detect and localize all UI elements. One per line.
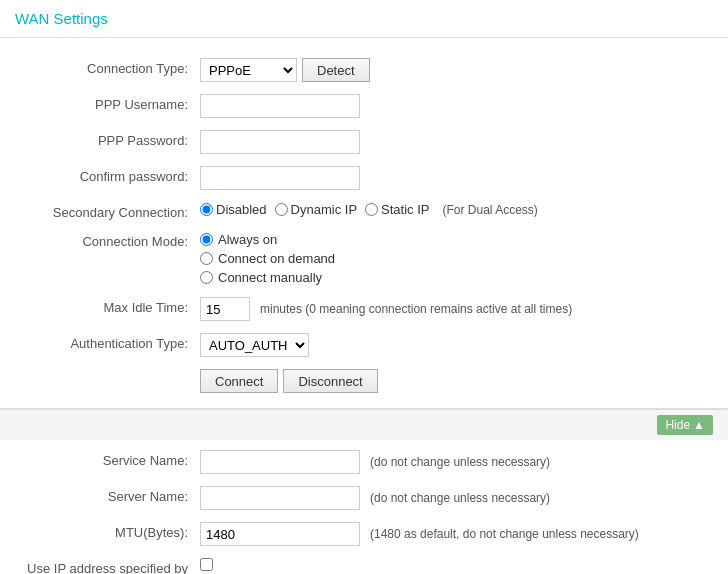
connection-type-label: Connection Type: <box>20 58 200 76</box>
mode-on-demand-radio[interactable]: Connect on demand <box>200 251 335 266</box>
confirm-password-row: Confirm password: <box>0 166 728 190</box>
mode-always-on-radio[interactable]: Always on <box>200 232 335 247</box>
connection-mode-label: Connection Mode: <box>20 232 200 249</box>
use-ip-control <box>200 558 708 571</box>
connection-type-row: Connection Type: PPPoE Dynamic IP Static… <box>0 58 728 82</box>
server-name-input[interactable] <box>200 486 360 510</box>
secondary-static-label: Static IP <box>381 202 429 217</box>
secondary-connection-label: Secondary Connection: <box>20 202 200 220</box>
ppp-username-input[interactable] <box>200 94 360 118</box>
connection-type-select[interactable]: PPPoE Dynamic IP Static IP L2TP PPTP <box>200 58 297 82</box>
max-idle-hint: minutes (0 meaning connection remains ac… <box>260 302 572 316</box>
service-name-row: Service Name: (do not change unless nece… <box>0 450 728 474</box>
confirm-password-input[interactable] <box>200 166 360 190</box>
secondary-note: (For Dual Access) <box>442 203 537 217</box>
mtu-control: (1480 as default, do not change unless n… <box>200 522 708 546</box>
server-name-label: Server Name: <box>20 486 200 504</box>
use-ip-row: Use IP address specified by ISP: <box>0 558 728 574</box>
page-title: WAN Settings <box>15 10 108 27</box>
secondary-connection-row: Secondary Connection: Disabled Dynamic I… <box>0 202 728 220</box>
use-ip-label: Use IP address specified by ISP: <box>20 558 200 574</box>
main-content: Connection Type: PPPoE Dynamic IP Static… <box>0 38 728 574</box>
mode-on-demand-label: Connect on demand <box>218 251 335 266</box>
auth-type-select[interactable]: AUTO_AUTH PAP CHAP MS-CHAP <box>200 333 309 357</box>
disconnect-button[interactable]: Disconnect <box>283 369 377 393</box>
ppp-password-input[interactable] <box>200 130 360 154</box>
ppp-username-control <box>200 94 708 118</box>
service-name-input[interactable] <box>200 450 360 474</box>
secondary-disabled-label: Disabled <box>216 202 267 217</box>
use-ip-checkbox[interactable] <box>200 558 213 571</box>
connect-control: Connect Disconnect <box>200 369 708 393</box>
max-idle-label: Max Idle Time: <box>20 297 200 315</box>
mtu-hint: (1480 as default, do not change unless n… <box>370 527 639 541</box>
mtu-input[interactable] <box>200 522 360 546</box>
connection-mode-control: Always on Connect on demand Connect manu… <box>200 232 708 285</box>
mtu-row: MTU(Bytes): (1480 as default, do not cha… <box>0 522 728 546</box>
ppp-password-label: PPP Password: <box>20 130 200 148</box>
hide-bar: Hide ▲ <box>0 409 728 440</box>
confirm-password-label: Confirm password: <box>20 166 200 184</box>
connection-mode-row: Connection Mode: Always on Connect on de… <box>0 232 728 285</box>
connect-label-spacer <box>20 369 200 372</box>
auth-type-row: Authentication Type: AUTO_AUTH PAP CHAP … <box>0 333 728 357</box>
ppp-username-row: PPP Username: <box>0 94 728 118</box>
secondary-disabled-radio[interactable]: Disabled <box>200 202 267 217</box>
max-idle-control: minutes (0 meaning connection remains ac… <box>200 297 708 321</box>
secondary-static-radio[interactable]: Static IP <box>365 202 429 217</box>
hide-button[interactable]: Hide ▲ <box>657 415 713 435</box>
max-idle-input[interactable] <box>200 297 250 321</box>
ppp-password-control <box>200 130 708 154</box>
hide-arrow-icon: ▲ <box>693 418 705 432</box>
secondary-dynamic-label: Dynamic IP <box>291 202 357 217</box>
mtu-label: MTU(Bytes): <box>20 522 200 540</box>
ppp-username-label: PPP Username: <box>20 94 200 112</box>
connect-button[interactable]: Connect <box>200 369 278 393</box>
server-name-hint: (do not change unless necessary) <box>370 491 550 505</box>
confirm-password-control <box>200 166 708 190</box>
server-name-row: Server Name: (do not change unless neces… <box>0 486 728 510</box>
max-idle-row: Max Idle Time: minutes (0 meaning connec… <box>0 297 728 321</box>
page-header: WAN Settings <box>0 0 728 38</box>
auth-type-label: Authentication Type: <box>20 333 200 351</box>
connect-row: Connect Disconnect <box>0 369 728 393</box>
auth-type-control: AUTO_AUTH PAP CHAP MS-CHAP <box>200 333 708 357</box>
hide-label: Hide <box>665 418 690 432</box>
advanced-section: Service Name: (do not change unless nece… <box>0 440 728 574</box>
mode-always-on-label: Always on <box>218 232 277 247</box>
server-name-control: (do not change unless necessary) <box>200 486 708 510</box>
secondary-dynamic-radio[interactable]: Dynamic IP <box>275 202 357 217</box>
secondary-connection-control: Disabled Dynamic IP Static IP (For Dual … <box>200 202 708 217</box>
service-name-hint: (do not change unless necessary) <box>370 455 550 469</box>
connection-type-control: PPPoE Dynamic IP Static IP L2TP PPTP Det… <box>200 58 708 82</box>
detect-button[interactable]: Detect <box>302 58 370 82</box>
service-name-label: Service Name: <box>20 450 200 468</box>
mode-manually-label: Connect manually <box>218 270 322 285</box>
ppp-password-row: PPP Password: <box>0 130 728 154</box>
service-name-control: (do not change unless necessary) <box>200 450 708 474</box>
mode-manually-radio[interactable]: Connect manually <box>200 270 335 285</box>
